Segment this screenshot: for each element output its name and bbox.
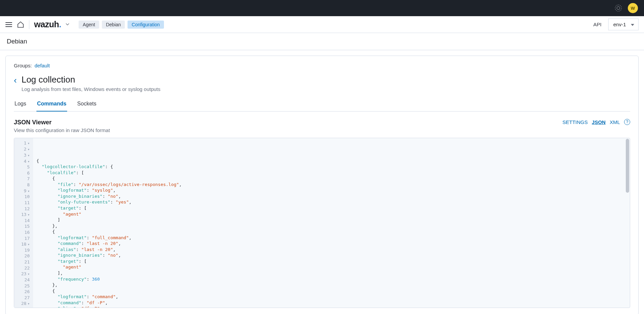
- brand-logo[interactable]: wazuh.: [34, 20, 71, 29]
- help-icon[interactable]: ?: [624, 119, 630, 125]
- tab-commands[interactable]: Commands: [36, 97, 67, 112]
- json-viewer-title: JSON Viewer: [14, 119, 110, 126]
- api-link[interactable]: API: [593, 22, 601, 27]
- page-title: Log collection: [22, 74, 161, 85]
- global-topbar: W: [0, 0, 644, 16]
- brand-dot: .: [59, 20, 61, 29]
- divider: [29, 20, 29, 29]
- crumb-agent[interactable]: Agent: [79, 21, 99, 29]
- page-context-title: Debian: [7, 38, 27, 45]
- chevron-down-icon[interactable]: [64, 21, 71, 27]
- viewer-format-links: SETTINGS JSON XML ?: [562, 119, 630, 125]
- page-subtitle: Log analysis from text files, Windows ev…: [22, 86, 161, 92]
- crumb-debian[interactable]: Debian: [102, 21, 125, 29]
- groups-row: Groups: default: [14, 63, 630, 68]
- brand-text: wazuh: [34, 20, 59, 29]
- code-gutter: 1▾2▾3▾4▾56789▾10111213▾1415161718▾192021…: [14, 138, 33, 308]
- environment-select[interactable]: env-1: [608, 19, 639, 30]
- code-content[interactable]: { "logcollector-localfile": { "localfile…: [33, 138, 630, 308]
- scrollbar-thumb[interactable]: [626, 139, 629, 193]
- header-bar: wazuh. Agent Debian Configuration API en…: [0, 16, 644, 33]
- json-viewer-subtitle: View this configuration in raw JSON form…: [14, 127, 110, 133]
- tabs: Logs Commands Sockets: [14, 97, 630, 112]
- link-settings[interactable]: SETTINGS: [562, 119, 588, 125]
- breadcrumb: Agent Debian Configuration: [79, 21, 164, 29]
- main-panel: Groups: default ‹ Log collection Log ana…: [5, 56, 639, 314]
- tab-sockets[interactable]: Sockets: [77, 97, 97, 111]
- groups-label: Groups:: [14, 63, 32, 68]
- json-code-viewer[interactable]: 1▾2▾3▾4▾56789▾10111213▾1415161718▾192021…: [14, 138, 630, 308]
- back-chevron-icon[interactable]: ‹: [14, 76, 17, 85]
- news-ring-icon[interactable]: [615, 5, 622, 11]
- sub-header: Debian: [0, 33, 644, 50]
- user-avatar[interactable]: W: [628, 3, 638, 13]
- group-link-default[interactable]: default: [35, 63, 50, 68]
- tab-logs[interactable]: Logs: [14, 97, 27, 111]
- link-json[interactable]: JSON: [592, 119, 606, 125]
- crumb-configuration[interactable]: Configuration: [128, 21, 164, 29]
- link-xml[interactable]: XML: [610, 119, 620, 125]
- home-icon[interactable]: [17, 21, 24, 28]
- menu-icon[interactable]: [5, 22, 12, 27]
